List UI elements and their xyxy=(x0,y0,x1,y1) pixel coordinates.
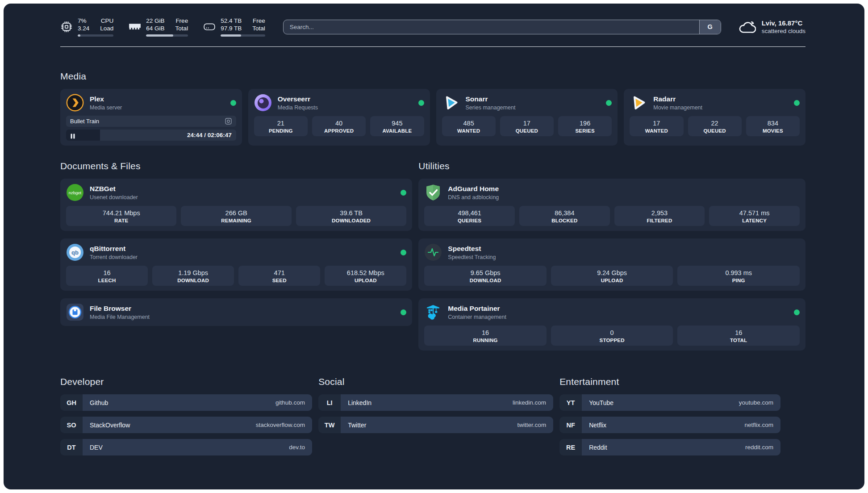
bookmark-abbr: LI xyxy=(318,394,341,411)
app-name: NZBGet xyxy=(90,184,138,193)
app-card-nzbget[interactable]: nzbget NZBGet Usenet downloader 74 xyxy=(60,179,412,231)
stat-tile: 471 SEED xyxy=(238,266,320,286)
app-subtitle: DNS and adblocking xyxy=(448,194,499,201)
bookmark-name: Reddit xyxy=(589,444,607,451)
bookmark-name: LinkedIn xyxy=(348,399,371,406)
app-subtitle: Media File Management xyxy=(90,313,150,321)
bookmark-github[interactable]: GH Github github.com xyxy=(60,394,312,411)
app-card-qbittorrent[interactable]: qb qBittorrent Torrent downloader xyxy=(60,238,412,291)
ram-icon xyxy=(129,21,141,33)
bookmark-youtube[interactable]: YT YouTube youtube.com xyxy=(559,394,780,411)
portainer-icon xyxy=(424,303,442,321)
stat-tile: 9.65 Gbps DOWNLOAD xyxy=(424,266,547,286)
app-subtitle: Container management xyxy=(448,313,506,321)
stat-tile: 21 PENDING xyxy=(254,116,308,136)
ram-free-label: Free xyxy=(175,17,188,25)
bookmark-linkedin[interactable]: LI LinkedIn linkedin.com xyxy=(318,394,553,411)
media-cards: Plex Media server Bullet Train xyxy=(60,89,805,146)
app-name: Plex xyxy=(90,95,122,103)
bookmark-section-entertainment: Entertainment YT YouTube youtube.com NF … xyxy=(559,351,780,461)
stat-tile: 16 LEECH xyxy=(66,266,148,286)
dashboard-panel: 7% CPU 3.24 Load xyxy=(4,4,864,489)
pause-icon[interactable] xyxy=(70,133,75,138)
stat-tile: 485 WANTED xyxy=(442,116,496,136)
stat-tile: 16 TOTAL xyxy=(677,326,800,346)
app-name: qBittorrent xyxy=(90,244,138,253)
system-stat-cpu: 7% CPU 3.24 Load xyxy=(60,17,113,37)
session-icon xyxy=(225,117,232,125)
app-card-speedtest[interactable]: Speedtest Speedtest Tracking 9.65 Gbps D… xyxy=(418,238,805,291)
app-name: Sonarr xyxy=(466,95,516,103)
app-name: AdGuard Home xyxy=(448,184,499,193)
ram-free: 22 GiB xyxy=(146,17,164,25)
stat-tile: 498,461 QUERIES xyxy=(424,206,515,226)
filebrowser-icon xyxy=(66,303,84,321)
top-bar: 7% CPU 3.24 Load xyxy=(60,4,805,37)
radarr-icon xyxy=(630,94,647,112)
section-documents: Documents & Files nzbget xyxy=(60,146,412,351)
status-online-dot xyxy=(794,100,800,106)
cpu-label: CPU xyxy=(100,17,113,25)
search-input[interactable] xyxy=(284,24,699,30)
app-subtitle: Series management xyxy=(466,104,516,111)
stat-tile: 744.21 Mbps RATE xyxy=(66,206,176,226)
stat-tile: 9.24 Gbps UPLOAD xyxy=(551,266,673,286)
bookmark-stackoverflow[interactable]: SO StackOverflow stackoverflow.com xyxy=(60,417,312,433)
stat-tile: 945 AVAILABLE xyxy=(370,116,424,136)
bookmark-name: Github xyxy=(90,399,108,406)
app-card-plex[interactable]: Plex Media server Bullet Train xyxy=(60,89,242,146)
stat-tile: 39.6 TB DOWNLOADED xyxy=(296,206,406,226)
app-card-sonarr[interactable]: Sonarr Series management 485 WANTED 17 Q… xyxy=(436,89,618,146)
header-divider xyxy=(60,46,805,47)
stat-tile: 834 MOVIES xyxy=(746,116,800,136)
bookmark-twitter[interactable]: TW Twitter twitter.com xyxy=(318,417,553,433)
stat-tile: 0 STOPPED xyxy=(551,326,673,346)
bookmark-url: stackoverflow.com xyxy=(256,422,305,428)
disk-free: 52.4 TB xyxy=(221,17,242,25)
svg-text:nzbget: nzbget xyxy=(69,190,82,195)
stat-tile: 0.993 ms PING xyxy=(677,266,800,286)
app-name: Speedtest xyxy=(448,244,496,253)
stat-tile: 266 GB REMAINING xyxy=(181,206,291,226)
app-subtitle: Movie management xyxy=(653,104,702,111)
app-card-adguard[interactable]: AdGuard Home DNS and adblocking 498,461 … xyxy=(418,179,805,231)
speedtest-icon xyxy=(424,243,442,261)
cpu-percent: 7% xyxy=(78,17,89,25)
status-online-dot xyxy=(606,100,612,106)
bookmark-reddit[interactable]: RE Reddit reddit.com xyxy=(559,439,780,455)
status-online-dot xyxy=(794,309,800,315)
cpu-load: 3.24 xyxy=(78,25,89,32)
stat-tile: 40 APPROVED xyxy=(312,116,366,136)
section-utilities: Utilities xyxy=(418,146,805,351)
nzbget-icon: nzbget xyxy=(66,184,84,201)
bookmark-abbr: DT xyxy=(60,439,83,455)
qbittorrent-icon: qb xyxy=(66,243,84,261)
system-stats: 7% CPU 3.24 Load xyxy=(60,17,265,37)
bookmark-name: StackOverflow xyxy=(90,422,130,429)
app-subtitle: Media Requests xyxy=(278,104,318,111)
stat-tile: 2,953 FILTERED xyxy=(614,206,705,226)
bookmark-netflix[interactable]: NF Netflix netflix.com xyxy=(559,417,780,433)
search-engine-button[interactable]: G xyxy=(699,20,721,34)
search-bar: G xyxy=(283,20,721,34)
app-card-filebrowser[interactable]: File Browser Media File Management xyxy=(60,298,412,326)
app-card-overseerr[interactable]: Overseerr Media Requests 21 PENDING 40 A… xyxy=(248,89,430,146)
bookmark-name: Netflix xyxy=(589,422,606,429)
app-card-radarr[interactable]: Radarr Movie management 17 WANTED 22 QUE… xyxy=(624,89,805,146)
app-subtitle: Media server xyxy=(90,104,122,111)
stat-tile: 22 QUEUED xyxy=(688,116,742,136)
cpu-load-label: Load xyxy=(100,25,113,32)
cloud-icon xyxy=(738,19,756,34)
bookmark-dev[interactable]: DT DEV dev.to xyxy=(60,439,312,455)
disk-icon xyxy=(203,21,216,33)
bookmark-url: netflix.com xyxy=(744,422,773,428)
now-playing-title: Bullet Train xyxy=(70,118,99,125)
plex-icon xyxy=(66,94,84,112)
bookmark-abbr: TW xyxy=(318,417,341,433)
svg-text:qb: qb xyxy=(71,249,79,256)
sonarr-icon xyxy=(442,94,460,112)
weather-condition: scattered clouds xyxy=(762,27,805,35)
disk-total: 97.9 TB xyxy=(221,25,242,32)
playback-progress-bar: 24:44 / 02:06:47 xyxy=(66,130,236,141)
app-card-portainer[interactable]: Media Portainer Container management 16 … xyxy=(418,298,805,351)
